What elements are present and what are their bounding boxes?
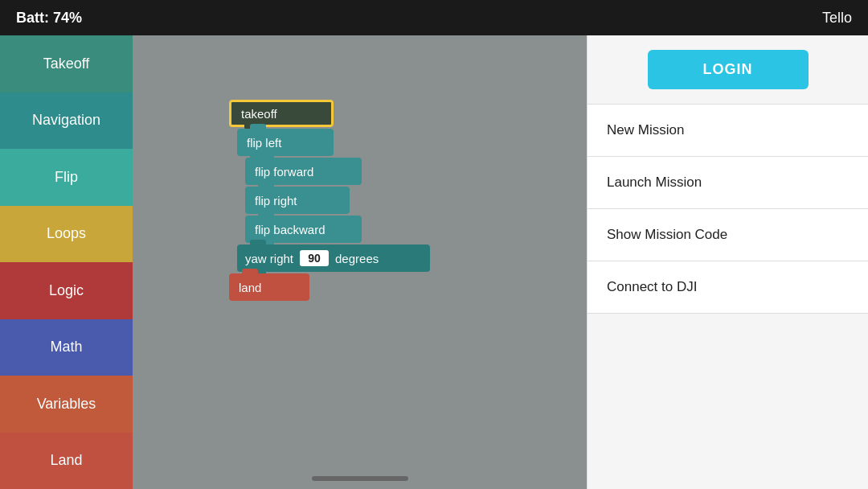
sidebar-item-logic[interactable]: Logic bbox=[0, 262, 133, 319]
block-flip-right[interactable]: flip right bbox=[245, 187, 350, 214]
menu-item-show-mission-code[interactable]: Show Mission Code bbox=[588, 209, 868, 261]
sidebar-item-math[interactable]: Math bbox=[0, 319, 133, 376]
block-flip-left-label: flip left bbox=[247, 136, 281, 150]
block-flip-forward[interactable]: flip forward bbox=[245, 158, 362, 185]
block-land-label: land bbox=[239, 281, 261, 294]
sidebar-item-loops[interactable]: Loops bbox=[0, 206, 133, 263]
block-flip-forward-label: flip forward bbox=[255, 165, 313, 179]
sidebar-item-takeoff[interactable]: Takeoff bbox=[0, 35, 133, 92]
right-panel: LOGIN New Mission Launch Mission Show Mi… bbox=[587, 35, 868, 489]
sidebar-land-label: Land bbox=[50, 452, 82, 469]
yaw-degrees-input[interactable]: 90 bbox=[300, 250, 329, 266]
sidebar-flip-label: Flip bbox=[55, 169, 78, 186]
sidebar-item-flip[interactable]: Flip bbox=[0, 149, 133, 206]
header: Batt: 74% Tello bbox=[0, 0, 868, 35]
sidebar-takeoff-label: Takeoff bbox=[43, 55, 90, 72]
block-takeoff-label: takeoff bbox=[241, 107, 277, 121]
battery-status: Batt: 74% bbox=[16, 10, 82, 27]
device-name: Tello bbox=[822, 10, 852, 27]
block-flip-backward[interactable]: flip backward bbox=[245, 216, 362, 243]
block-canvas[interactable]: takeoff flip left flip forward flip righ… bbox=[133, 35, 587, 489]
menu-item-launch-mission[interactable]: Launch Mission bbox=[588, 157, 868, 209]
blocks-container: takeoff flip left flip forward flip righ… bbox=[229, 100, 430, 302]
right-panel-header: LOGIN bbox=[588, 35, 868, 105]
menu-item-connect-to-dji[interactable]: Connect to DJI bbox=[588, 261, 868, 314]
login-button[interactable]: LOGIN bbox=[648, 50, 809, 89]
sidebar-item-land[interactable]: Land bbox=[0, 433, 133, 490]
sidebar: Takeoff Navigation Flip Loops Logic Math… bbox=[0, 35, 133, 489]
sidebar-variables-label: Variables bbox=[37, 396, 96, 413]
sidebar-loops-label: Loops bbox=[47, 225, 86, 242]
block-flip-left[interactable]: flip left bbox=[237, 129, 334, 156]
menu-item-new-mission[interactable]: New Mission bbox=[588, 105, 868, 157]
block-land[interactable]: land bbox=[229, 273, 309, 301]
sidebar-item-navigation[interactable]: Navigation bbox=[0, 92, 133, 150]
sidebar-item-variables[interactable]: Variables bbox=[0, 376, 133, 433]
scroll-indicator bbox=[312, 476, 408, 481]
block-yaw-right-label: yaw right bbox=[245, 252, 293, 265]
main-layout: Takeoff Navigation Flip Loops Logic Math… bbox=[0, 35, 868, 489]
block-takeoff[interactable]: takeoff bbox=[229, 100, 334, 127]
block-flip-right-label: flip right bbox=[255, 194, 297, 208]
sidebar-logic-label: Logic bbox=[49, 282, 84, 299]
block-flip-backward-label: flip backward bbox=[255, 223, 326, 236]
yaw-degrees-label: degrees bbox=[335, 252, 379, 265]
block-yaw-right[interactable]: yaw right 90 degrees bbox=[237, 244, 430, 272]
sidebar-math-label: Math bbox=[50, 339, 82, 355]
sidebar-navigation-label: Navigation bbox=[32, 112, 100, 129]
